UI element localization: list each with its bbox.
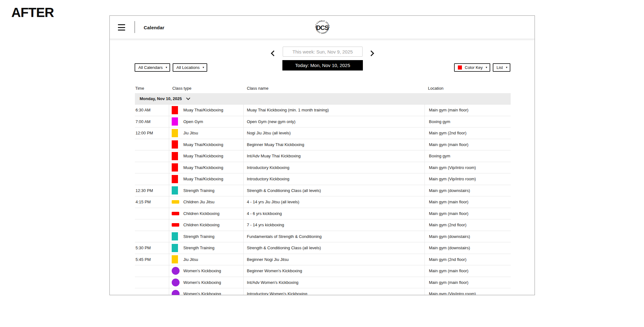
row-location: Main gym (2nd floor) — [425, 219, 511, 231]
caret-down-icon: ▼ — [485, 66, 488, 69]
row-class-name: Beginner Muay Thai Kickboxing — [244, 139, 425, 150]
row-class-name: Fundamentals of Strength & Conditioning — [244, 231, 425, 242]
table-row[interactable]: 12:30 PM Strength Training Strength & Co… — [135, 185, 511, 197]
row-class-type: Jiu Jitsu — [183, 257, 198, 262]
class-color-swatch-icon — [172, 175, 178, 183]
row-class-type: Muay Thai/Kickboxing — [183, 154, 223, 158]
chevron-left-icon — [271, 50, 276, 56]
class-color-swatch-icon — [172, 255, 178, 263]
row-location: Main gym (main floor) — [425, 277, 511, 288]
schedule-table-body: 6:30 AM Muay Thai/Kickboxing Muay Thai K… — [135, 104, 511, 295]
row-time: 4:15 PM — [135, 196, 169, 208]
caret-down-icon: ▼ — [202, 66, 205, 69]
row-class-type: Muay Thai/Kickboxing — [183, 165, 223, 170]
row-location: Main gym (downstairs) — [425, 231, 511, 242]
class-color-swatch-icon — [172, 140, 178, 149]
row-class-name: 4 - 14 yrs Jiu Jitsu (all levels) — [244, 196, 425, 208]
row-class-name: Introductory Kickboxing — [244, 173, 425, 185]
after-annotation: AFTER — [11, 5, 54, 20]
row-time — [135, 277, 169, 288]
row-class-name: Beginner Nogi Jiu Jitsu — [244, 254, 425, 265]
row-class-type: Muay Thai/Kickboxing — [183, 177, 223, 181]
today-button[interactable]: Today: Mon, Nov 10, 2025 — [282, 60, 363, 70]
row-location: Main gym (downstairs) — [425, 185, 511, 196]
table-row[interactable]: 6:30 AM Muay Thai/Kickboxing Muay Thai K… — [135, 104, 511, 116]
view-mode-label: List — [497, 65, 503, 70]
row-class-type: Muay Thai/Kickboxing — [183, 142, 223, 147]
table-row[interactable]: 5:45 PM Jiu Jitsu Beginner Nogi Jiu Jits… — [135, 254, 511, 266]
table-row[interactable]: Muay Thai/Kickboxing Int/Adv Muay Thai K… — [135, 150, 511, 162]
header-divider — [135, 21, 135, 33]
row-location: Main gym (main floor) — [425, 139, 511, 150]
table-row[interactable]: 5:30 PM Strength Training Strength & Con… — [135, 242, 511, 254]
row-class-type: Women's Kickboxing — [183, 291, 221, 295]
row-time: 5:30 PM — [135, 242, 169, 254]
row-time: 6:30 AM — [135, 104, 169, 116]
week-display[interactable]: This week: Sun, Nov 9, 2025 — [283, 47, 363, 57]
table-row[interactable]: Children Kickboxing 7 - 14 yrs kickboxin… — [135, 219, 511, 231]
row-class-name: 7 - 14 yrs kickboxing — [244, 219, 425, 231]
row-class-name: Beginner Women's Kickboxing — [244, 265, 425, 277]
class-color-swatch-icon — [172, 117, 178, 126]
app-header: Calendar DIAZ COMBAT SPORTS DCS VANCITY … — [110, 16, 535, 39]
class-color-swatch-icon — [172, 290, 180, 295]
row-class-type: Children Kickboxing — [183, 211, 219, 216]
row-time — [135, 162, 169, 173]
table-row[interactable]: Women's Kickboxing Int/Adv Women's Kickb… — [135, 277, 511, 289]
class-color-swatch-icon — [172, 267, 180, 275]
class-color-swatch-icon — [172, 223, 179, 227]
next-week-button[interactable] — [367, 49, 375, 57]
caret-down-icon: ▼ — [505, 66, 508, 69]
row-time: 7:00 AM — [135, 116, 169, 127]
row-class-name: 4 - 6 yrs kickboxing — [244, 208, 425, 219]
row-time — [135, 139, 169, 150]
class-color-swatch-icon — [172, 163, 178, 172]
table-row[interactable]: 7:00 AM Open Gym Open Gym (new gym only)… — [135, 116, 511, 128]
page-title: Calendar — [144, 16, 164, 39]
color-key-swatch-icon — [458, 65, 462, 70]
row-location: Main gym (Vip/intro room) — [425, 162, 511, 173]
row-class-name: Muay Thai Kickboxing (min. 1 month train… — [244, 104, 425, 116]
class-color-swatch-icon — [172, 212, 179, 215]
locations-filter-dropdown[interactable]: All Locations ▼ — [173, 63, 207, 72]
table-row[interactable]: 4:15 PM Children Jiu Jitsu 4 - 14 yrs Ji… — [135, 196, 511, 208]
row-time — [135, 265, 169, 277]
row-location: Main gym (main floor) — [425, 196, 511, 208]
table-row[interactable]: Muay Thai/Kickboxing Beginner Muay Thai … — [135, 139, 511, 151]
row-location: Boxing gym — [425, 150, 511, 162]
column-header-class-name: Class name — [244, 86, 425, 91]
row-class-type: Strength Training — [183, 188, 214, 193]
row-class-type: Children Kickboxing — [183, 223, 219, 227]
row-time — [135, 208, 169, 219]
locations-filter-label: All Locations — [176, 65, 200, 70]
row-class-name: Nogi Jiu Jitsu (all levels) — [244, 127, 425, 139]
calendars-filter-dropdown[interactable]: All Calendars ▼ — [135, 63, 170, 72]
row-class-name: Open Gym (new gym only) — [244, 116, 425, 127]
table-row[interactable]: Strength Training Fundamentals of Streng… — [135, 231, 511, 243]
class-color-swatch-icon — [172, 152, 178, 160]
chevron-right-icon — [368, 50, 374, 56]
row-time — [135, 231, 169, 242]
row-class-type: Women's Kickboxing — [183, 280, 221, 285]
menu-icon[interactable] — [118, 24, 125, 31]
chevron-down-icon — [186, 96, 190, 100]
day-header-label: Monday, Nov 10, 2025 — [140, 96, 182, 101]
prev-week-button[interactable] — [269, 49, 278, 57]
row-location: Main gym (main floor) — [425, 104, 511, 116]
day-header-row[interactable]: Monday, Nov 10, 2025 — [135, 93, 511, 104]
row-class-type: Open Gym — [183, 119, 203, 124]
view-mode-dropdown[interactable]: List ▼ — [493, 63, 510, 72]
row-location: Main gym (main floor) — [425, 265, 511, 277]
table-row[interactable]: Women's Kickboxing Beginner Women's Kick… — [135, 265, 511, 277]
row-location: Main gym (2nd floor) — [425, 254, 511, 265]
row-class-type: Strength Training — [183, 245, 214, 250]
table-row[interactable]: Muay Thai/Kickboxing Introductory Kickbo… — [135, 173, 511, 185]
row-class-name: Strength & Conditioning Class (all level… — [244, 242, 425, 254]
color-key-dropdown[interactable]: Color Key ▼ — [454, 63, 490, 72]
row-location: Main gym (2nd floor) — [425, 127, 511, 139]
row-class-type: Women's Kickboxing — [183, 268, 221, 273]
table-row[interactable]: Children Kickboxing 4 - 6 yrs kickboxing… — [135, 208, 511, 220]
table-row[interactable]: 12:00 PM Jiu Jitsu Nogi Jiu Jitsu (all l… — [135, 127, 511, 139]
table-row[interactable]: Women's Kickboxing Introductory Women's … — [135, 288, 511, 295]
table-row[interactable]: Muay Thai/Kickboxing Introductory Kickbo… — [135, 162, 511, 174]
